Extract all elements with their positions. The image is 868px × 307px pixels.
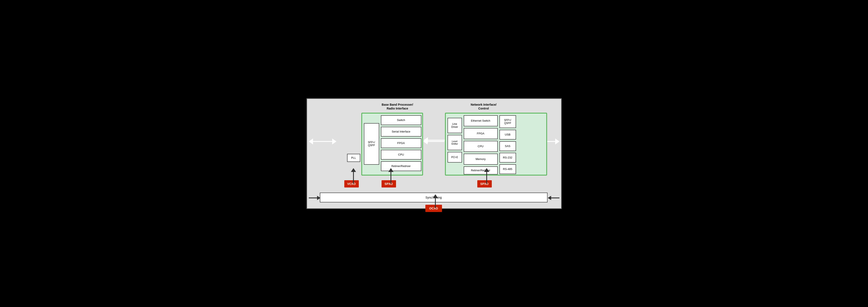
vcxo-shaft <box>353 172 354 184</box>
network-green-box: LineDriver LevelShifter PCI-E Ethernet S… <box>445 113 547 175</box>
fpga-left-box: FPGA <box>381 138 421 148</box>
ocxo-arrowhead <box>433 194 438 198</box>
cpu-left-box: CPU <box>381 150 421 160</box>
line-driver-box: LineDriver <box>447 118 462 133</box>
switch-box: Switch <box>381 115 421 125</box>
right-arrow-head-right <box>555 138 559 144</box>
serial-interface-box: Serial Interface <box>381 127 421 137</box>
diagram-wrapper: Base Band Processer/Radio Interface Netw… <box>306 98 562 209</box>
usb-box: USB <box>499 130 516 140</box>
pci-e-box: PCI-E <box>447 152 462 163</box>
center-arrow-overlay <box>424 137 445 143</box>
center-arrowhead-left <box>424 137 428 143</box>
ocxo-up-arrow <box>433 194 438 208</box>
left-arrow-shaft <box>313 141 332 142</box>
baseband-title: Base Band Processer/Radio Interface <box>374 103 421 110</box>
spxo-left-shaft <box>391 172 391 184</box>
spxo-left-arrowhead <box>389 168 394 172</box>
sync-left-arrow <box>309 196 320 200</box>
sync-left-head <box>317 196 320 200</box>
baseband-green-box: SFP+/QSFP Switch Serial Interface FPGA C… <box>361 113 423 175</box>
left-arrow-head-left <box>309 138 313 144</box>
vcxo-up-arrow <box>351 168 356 184</box>
spxo-right-up-arrow <box>484 168 489 184</box>
left-arrow-head-right <box>332 138 336 144</box>
ethernet-switch-box: Ethernet Switch <box>464 115 498 126</box>
sync-right-arrow <box>548 196 559 200</box>
left-double-arrow <box>309 138 336 144</box>
sfp-qsfp-left-box: SFP+/QSFP <box>364 123 379 165</box>
spxo-right-arrowhead <box>484 168 489 172</box>
sync-right-shaft <box>551 197 559 198</box>
spxo-left-up-arrow <box>389 168 394 184</box>
rs232-box: RS-232 <box>499 153 516 163</box>
sfp-qsfp-right-box: SFP+/QSFP <box>499 115 516 128</box>
spxo-right-shaft <box>486 172 487 184</box>
fpga-right-box: FPGA <box>464 128 498 139</box>
level-shifter-box: LevelShifter <box>447 135 462 150</box>
sas-box: SAS <box>499 141 516 151</box>
memory-box: Memory <box>464 154 498 165</box>
network-title: Network Interface/Control <box>460 103 507 110</box>
ocxo-shaft <box>435 198 436 208</box>
retimer-right-box: Retimer/Redriver <box>464 166 498 174</box>
pll-box: PLL <box>347 154 360 162</box>
cpu-right-box: CPU <box>464 141 498 152</box>
center-shaft <box>428 140 445 141</box>
sync-right-head <box>548 196 551 200</box>
rs485-box: RS-485 <box>499 164 516 174</box>
vcxo-arrowhead <box>351 168 356 172</box>
retimer-left-box: Retimer/Redriver <box>381 161 421 171</box>
sync-left-shaft <box>309 197 317 198</box>
